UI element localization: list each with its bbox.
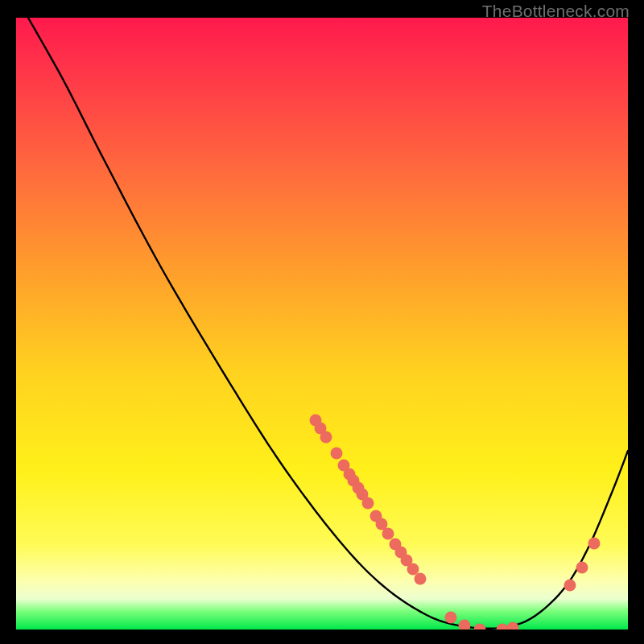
- chart-curve: [28, 18, 628, 629]
- chart-marker: [382, 528, 394, 540]
- chart-marker: [564, 580, 576, 592]
- chart-marker: [320, 431, 332, 444]
- chart-marker: [445, 612, 457, 624]
- chart-marker: [362, 497, 374, 510]
- chart-marker: [331, 448, 343, 460]
- watermark-text: TheBottleneck.com: [482, 2, 630, 21]
- chart-marker: [415, 573, 427, 585]
- chart-marker: [507, 622, 519, 630]
- chart-svg: [16, 18, 628, 630]
- chart-marker: [576, 562, 588, 574]
- chart-plot-area: [16, 18, 628, 630]
- chart-marker: [497, 624, 509, 630]
- chart-marker: [407, 564, 419, 576]
- chart-marker: [588, 538, 601, 550]
- chart-marker: [459, 620, 471, 630]
- chart-marker: [474, 624, 486, 630]
